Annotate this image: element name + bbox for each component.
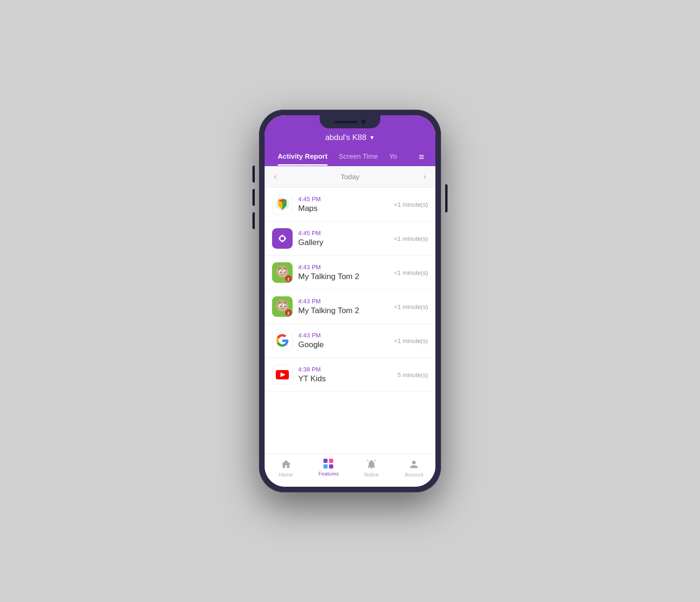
- list-item[interactable]: 4:38 PM YT Kids 5 minute(s): [265, 358, 435, 392]
- svg-point-5: [281, 240, 283, 242]
- tab-activity-report[interactable]: Activity Report: [272, 148, 333, 166]
- home-icon: [280, 459, 292, 470]
- list-item[interactable]: 2 4:43 PM My Talking Tom 2 <1 minute(s): [265, 290, 435, 324]
- ytkids-duration: 5 minute(s): [398, 371, 428, 378]
- svg-point-15: [280, 272, 282, 273]
- nav-account-label: Account: [405, 472, 423, 477]
- svg-point-16: [284, 272, 286, 273]
- volume-down-button: [252, 189, 255, 206]
- svg-point-3: [280, 237, 284, 240]
- tom1-app-icon: 2: [272, 262, 293, 283]
- ytkids-time: 4:38 PM: [298, 366, 392, 373]
- nav-notice-label: Notice: [364, 472, 378, 477]
- nav-account[interactable]: Account: [393, 459, 436, 477]
- svg-point-4: [281, 235, 283, 237]
- svg-point-12: [278, 268, 287, 277]
- silent-button: [252, 212, 255, 229]
- tabs-row: Activity Report Screen Time Yo ≡: [265, 148, 435, 166]
- nav-notice[interactable]: Notice: [350, 459, 393, 477]
- svg-text:2: 2: [287, 277, 289, 281]
- tom1-duration: <1 minute(s): [394, 269, 428, 276]
- ytkids-info: 4:38 PM YT Kids: [298, 366, 392, 384]
- tom1-info: 4:43 PM My Talking Tom 2: [298, 264, 388, 281]
- svg-point-27: [284, 306, 286, 307]
- tom2-time: 4:43 PM: [298, 298, 388, 305]
- next-date-button[interactable]: ›: [423, 172, 426, 182]
- tom2-app-icon: 2: [272, 296, 293, 317]
- nav-home[interactable]: Home: [265, 459, 308, 477]
- notice-icon: [366, 459, 377, 470]
- tom1-time: 4:43 PM: [298, 264, 388, 271]
- nav-features-label: Features: [319, 471, 339, 476]
- google-time: 4:43 PM: [298, 332, 388, 339]
- prev-date-button[interactable]: ‹: [274, 172, 277, 182]
- google-duration: <1 minute(s): [394, 337, 428, 344]
- tom2-name: My Talking Tom 2: [298, 306, 388, 315]
- svg-point-6: [279, 238, 280, 239]
- list-item[interactable]: 4:45 PM Maps <1 minute(s): [265, 188, 435, 222]
- google-app-icon: [272, 330, 293, 351]
- maps-info: 4:45 PM Maps: [298, 196, 388, 213]
- maps-app-icon: [272, 194, 293, 215]
- device-name-row: abdul's K88 ▼: [265, 129, 435, 148]
- google-name: Google: [298, 340, 388, 350]
- tom2-info: 4:43 PM My Talking Tom 2: [298, 298, 388, 315]
- svg-text:2: 2: [287, 311, 289, 315]
- volume-up-button: [252, 166, 255, 182]
- google-info: 4:43 PM Google: [298, 332, 388, 350]
- tab-screen-time[interactable]: Screen Time: [333, 148, 384, 166]
- date-navigation: ‹ Today ›: [265, 166, 435, 188]
- list-item[interactable]: 2 4:43 PM My Talking Tom 2 <1 minute(s): [265, 256, 435, 290]
- activity-list: 4:45 PM Maps <1 minute(s): [265, 188, 435, 454]
- device-name: abdul's K88: [325, 133, 366, 142]
- ytkids-app-icon: [272, 364, 293, 385]
- phone-frame: abdul's K88 ▼ Activity Report Screen Tim…: [259, 110, 441, 492]
- tab-yo[interactable]: Yo: [384, 148, 403, 166]
- phone-screen: abdul's K88 ▼ Activity Report Screen Tim…: [265, 115, 435, 487]
- maps-duration: <1 minute(s): [394, 201, 428, 208]
- menu-icon[interactable]: ≡: [415, 148, 428, 166]
- date-label: Today: [341, 173, 359, 181]
- gallery-info: 4:45 PM Gallery: [298, 230, 388, 247]
- gallery-name: Gallery: [298, 238, 388, 247]
- gallery-time: 4:45 PM: [298, 230, 388, 237]
- account-icon: [408, 459, 420, 470]
- list-item[interactable]: 4:43 PM Google <1 minute(s): [265, 324, 435, 358]
- svg-point-7: [284, 238, 286, 239]
- nav-features[interactable]: Features: [308, 459, 350, 477]
- power-button: [445, 184, 448, 212]
- maps-name: Maps: [298, 204, 388, 213]
- gallery-app-icon: [272, 228, 293, 249]
- bottom-navigation: Home Features Notice: [265, 454, 435, 487]
- svg-point-23: [278, 302, 287, 311]
- list-item[interactable]: 4:45 PM Gallery <1 minute(s): [265, 222, 435, 256]
- maps-time: 4:45 PM: [298, 196, 388, 203]
- nav-home-label: Home: [279, 472, 293, 477]
- camera: [361, 119, 366, 124]
- notch: [320, 115, 380, 128]
- device-dropdown-arrow[interactable]: ▼: [369, 134, 375, 141]
- speaker: [334, 121, 357, 123]
- features-icon: [323, 459, 334, 469]
- tom1-name: My Talking Tom 2: [298, 272, 388, 281]
- svg-point-26: [280, 306, 282, 307]
- tom2-duration: <1 minute(s): [394, 303, 428, 310]
- gallery-duration: <1 minute(s): [394, 235, 428, 242]
- ytkids-name: YT Kids: [298, 374, 392, 384]
